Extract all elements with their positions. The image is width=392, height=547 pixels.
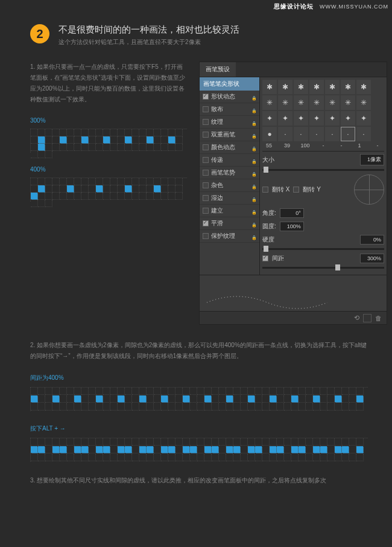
option-label: 形状动态	[211, 92, 235, 101]
lock-icon	[251, 234, 256, 238]
lock-icon	[251, 221, 256, 226]
spacing-checkbox[interactable]	[262, 255, 268, 261]
brush-option-9[interactable]: 建立	[200, 205, 259, 217]
option-label: 传递	[211, 156, 223, 164]
lock-icon	[251, 94, 256, 99]
option-label: 颜色动态	[211, 143, 235, 152]
checkbox-icon[interactable]	[203, 106, 209, 112]
label-alt-arrow: 按下ALT + →	[30, 424, 371, 433]
hardness-slider[interactable]	[262, 248, 384, 250]
angle-widget[interactable]	[354, 174, 384, 205]
brush-thumb[interactable]: ✳	[341, 95, 355, 110]
brush-thumb[interactable]: ·	[356, 127, 371, 141]
roundness-input[interactable]: 100%	[280, 222, 304, 231]
grid-example-spacing400	[30, 387, 368, 411]
lock-icon	[251, 208, 256, 213]
brush-thumb[interactable]: ✱	[278, 80, 292, 94]
brush-thumb[interactable]: ✱	[341, 80, 355, 94]
size-slider[interactable]	[262, 169, 384, 171]
option-label: 纹理	[211, 118, 223, 126]
grid-example-400	[30, 178, 187, 202]
brush-option-5[interactable]: 传递	[200, 154, 259, 167]
checkbox-icon[interactable]	[203, 195, 209, 201]
brush-thumb[interactable]: ✦	[325, 111, 340, 126]
page-subtitle: 这个方法仅针对铅笔工具，且画笔直径不要大于2像素	[58, 38, 239, 46]
checkbox-icon[interactable]	[203, 208, 209, 214]
brush-thumb[interactable]: ·	[278, 127, 292, 141]
option-label: 双重画笔	[211, 130, 235, 139]
brush-thumb[interactable]: ✳	[309, 95, 324, 110]
option-label: 杂色	[211, 181, 223, 190]
brush-thumb[interactable]: ✳	[356, 95, 371, 110]
brush-thumb[interactable]: ·	[294, 127, 308, 141]
size-input[interactable]: 1像素	[360, 154, 384, 165]
brush-thumb[interactable]: ·	[341, 127, 355, 141]
checkbox-icon[interactable]	[203, 157, 209, 163]
angle-input[interactable]: 0°	[280, 208, 304, 218]
option-label: 平滑	[211, 219, 223, 228]
brush-thumb[interactable]: ✱	[309, 80, 324, 94]
brush-thumb[interactable]: ✦	[356, 111, 371, 126]
brush-option-3[interactable]: 双重画笔	[200, 129, 259, 141]
brush-option-0[interactable]: 形状动态	[200, 91, 259, 103]
brush-option-7[interactable]: 杂色	[200, 179, 259, 192]
brush-option-10[interactable]: 平滑	[200, 217, 259, 230]
checkbox-icon[interactable]	[203, 182, 209, 188]
spacing-label: 间距	[272, 254, 284, 263]
checkbox-icon[interactable]	[203, 119, 209, 125]
checkbox-icon[interactable]	[203, 144, 209, 150]
brush-thumb[interactable]: ✳	[294, 95, 308, 110]
brush-thumb[interactable]: ·	[325, 127, 340, 141]
brush-option-4[interactable]: 颜色动态	[200, 141, 259, 154]
lock-icon	[251, 170, 256, 175]
brush-size-label: 100	[299, 142, 312, 149]
brush-thumb[interactable]: ✱	[356, 80, 371, 94]
brush-thumb[interactable]: ✦	[278, 111, 292, 126]
brush-thumb[interactable]: ✳	[278, 95, 292, 110]
brush-size-label: -	[335, 142, 348, 149]
checkbox-icon[interactable]	[203, 233, 209, 239]
brush-thumb[interactable]: ✱	[294, 80, 308, 94]
brush-size-label: 1	[353, 142, 366, 149]
paragraph-2: 2. 如果你想要画一条虚线为2像素，间隙也为2像素的虚线，那么可以先用400%的…	[30, 340, 371, 362]
brush-tip-shape[interactable]: 画笔笔尖形状	[200, 77, 259, 91]
brush-thumb[interactable]: ✱	[325, 80, 340, 94]
flip-x-checkbox[interactable]	[262, 187, 268, 193]
spacing-input[interactable]: 300%	[360, 254, 384, 263]
trash-icon[interactable]: 🗑	[375, 315, 382, 322]
brush-thumb[interactable]: ✱	[262, 80, 277, 94]
brush-thumb[interactable]: ✦	[262, 111, 277, 126]
flip-x-label: 翻转 X	[272, 185, 289, 194]
brush-thumb[interactable]: ●	[262, 127, 277, 141]
panel-footer: ⟲ 🗑	[200, 311, 387, 324]
brush-thumb[interactable]: ✳	[262, 95, 277, 110]
brush-thumb[interactable]: ·	[309, 127, 324, 141]
checkbox-icon[interactable]	[203, 170, 209, 176]
brush-option-2[interactable]: 纹理	[200, 116, 259, 129]
toggle-preview-icon[interactable]: ⟲	[354, 314, 359, 322]
hardness-input[interactable]: 0%	[360, 235, 384, 245]
brush-thumb[interactable]: ✦	[294, 111, 308, 126]
brush-size-label: 39	[280, 142, 294, 149]
brush-option-11[interactable]: 保护纹理	[200, 230, 259, 243]
flip-y-checkbox[interactable]	[293, 187, 299, 193]
option-label: 湿边	[211, 194, 223, 202]
brush-option-8[interactable]: 湿边	[200, 192, 259, 205]
brush-option-1[interactable]: 散布	[200, 103, 259, 116]
brush-thumb[interactable]: ✦	[309, 111, 324, 126]
spacing-slider[interactable]	[262, 267, 384, 269]
brush-thumb[interactable]: ✦	[341, 111, 355, 126]
new-preset-icon[interactable]	[363, 314, 371, 322]
brush-option-6[interactable]: 画笔笔势	[200, 167, 259, 179]
option-label: 散布	[211, 105, 223, 114]
lock-icon	[251, 132, 256, 137]
tab-brush-presets[interactable]: 画笔预设	[200, 62, 236, 77]
paragraph-1: 1. 如果你只要画一点一点的虚线，只需要按下F5，打开画笔面板，在“画笔笔尖形状…	[30, 62, 187, 105]
brush-size-label: -	[317, 142, 330, 149]
lock-icon	[251, 158, 256, 162]
brush-thumb[interactable]: ✳	[325, 95, 340, 110]
checkbox-icon[interactable]	[203, 220, 209, 226]
checkbox-icon[interactable]	[203, 94, 209, 100]
preview-stroke	[207, 293, 392, 312]
checkbox-icon[interactable]	[203, 132, 209, 138]
